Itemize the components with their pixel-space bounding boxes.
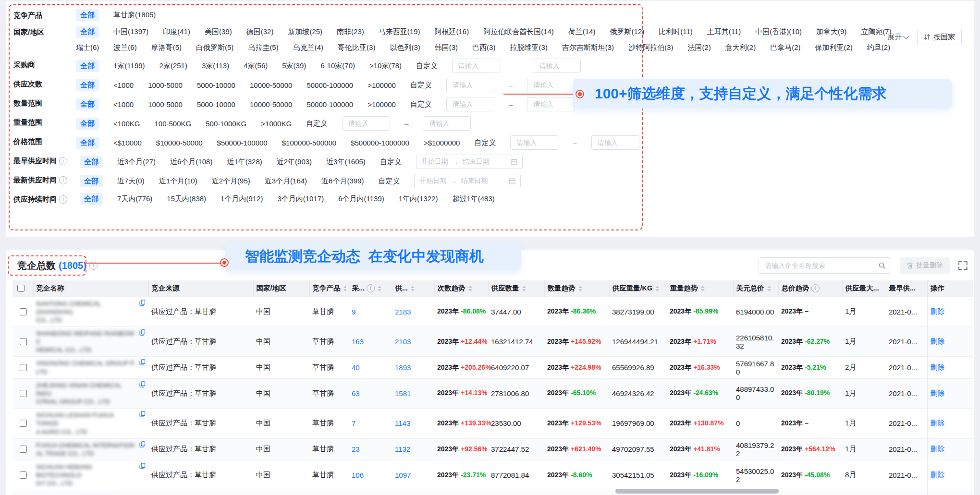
- filter-option[interactable]: 100-500KG: [154, 118, 191, 129]
- filter-option[interactable]: 超过1年(483): [452, 193, 494, 205]
- fullscreen-icon[interactable]: [958, 261, 968, 270]
- info-icon[interactable]: i: [59, 176, 67, 184]
- filter-option[interactable]: 哥伦比亚(3): [338, 42, 375, 54]
- filter-option[interactable]: 近3个月(27): [117, 156, 156, 168]
- supply-count-link[interactable]: 1132: [395, 445, 410, 453]
- filter-option[interactable]: 俄罗斯(12): [610, 26, 645, 38]
- filter-option[interactable]: <100KG: [113, 118, 140, 129]
- horizontal-scrollbar-thumb[interactable]: [615, 489, 779, 494]
- filter-option[interactable]: 自定义: [416, 60, 438, 72]
- filter-option[interactable]: 中国(1397): [113, 26, 148, 38]
- row-checkbox[interactable]: [20, 420, 27, 427]
- filter-option[interactable]: 拉脱维亚(3): [510, 42, 547, 54]
- filter-option[interactable]: 以色列(3): [390, 42, 420, 54]
- filter-option[interactable]: 2家(251): [159, 60, 187, 72]
- filter-option[interactable]: $50000-100000: [217, 137, 268, 148]
- supply-count-link[interactable]: 1581: [395, 389, 411, 398]
- filter-option[interactable]: 近2年(903): [277, 156, 312, 168]
- filter-option[interactable]: 巴拿马(2): [770, 42, 800, 54]
- filter-option-all[interactable]: 全部: [80, 193, 103, 205]
- filter-option[interactable]: 自定义: [410, 79, 432, 91]
- filter-option[interactable]: 50000-100000: [306, 99, 353, 110]
- filter-option[interactable]: 瑞士(6): [76, 42, 99, 54]
- sort-icon[interactable]: [767, 286, 771, 291]
- delete-link[interactable]: 删除: [931, 471, 945, 479]
- select-all-checkbox[interactable]: [17, 285, 24, 292]
- filter-option[interactable]: $10000-50000: [156, 137, 203, 148]
- buyers-count-link[interactable]: 163: [352, 338, 364, 346]
- filter-option[interactable]: >10家(78): [369, 60, 402, 72]
- delete-link[interactable]: 删除: [931, 363, 945, 371]
- filter-option[interactable]: 自定义: [474, 137, 496, 149]
- row-checkbox[interactable]: [20, 308, 27, 315]
- sort-icon[interactable]: [701, 286, 705, 291]
- delete-link[interactable]: 删除: [931, 337, 945, 345]
- batch-delete-button[interactable]: 批量删除: [900, 257, 950, 274]
- filter-option[interactable]: 阿拉伯联合酋长国(14): [483, 26, 554, 38]
- filter-option[interactable]: 自定义: [378, 175, 400, 187]
- filter-option[interactable]: >100000: [368, 80, 396, 91]
- filter-option[interactable]: 3个月内(1017): [277, 193, 324, 205]
- buyers-count-link[interactable]: 23: [352, 445, 360, 453]
- custom-range-input[interactable]: [515, 138, 553, 147]
- buyers-count-link[interactable]: 106: [352, 471, 364, 479]
- filter-option[interactable]: 近6个月(108): [170, 156, 212, 168]
- filter-option[interactable]: 1000-5000: [148, 99, 183, 110]
- row-checkbox[interactable]: [20, 471, 27, 479]
- info-icon[interactable]: i: [367, 284, 375, 292]
- supply-count-link[interactable]: 2103: [395, 338, 411, 346]
- filter-option[interactable]: 阿根廷(16): [434, 26, 469, 38]
- filter-option[interactable]: 美国(39): [205, 26, 232, 38]
- custom-range-input[interactable]: [452, 81, 489, 89]
- filter-option[interactable]: 意大利(2): [725, 42, 756, 54]
- filter-option[interactable]: 近6个月(399): [321, 175, 364, 187]
- sort-icon[interactable]: [411, 286, 415, 291]
- filter-option-all[interactable]: 全部: [80, 175, 103, 187]
- sort-icon[interactable]: [343, 286, 346, 291]
- filter-option[interactable]: 中国(香港)(10): [755, 26, 802, 38]
- sort-icon[interactable]: [578, 286, 582, 291]
- filter-option[interactable]: 马来西亚(19): [379, 26, 420, 38]
- filter-option[interactable]: 5家(39): [282, 60, 306, 72]
- filter-option[interactable]: 沙特阿拉伯(3): [628, 42, 673, 54]
- filter-option[interactable]: 4家(56): [244, 60, 268, 72]
- filter-option[interactable]: 近1个月(10): [159, 175, 197, 187]
- row-checkbox[interactable]: [20, 364, 27, 371]
- filter-option[interactable]: 5000-10000: [197, 99, 235, 110]
- filter-option[interactable]: 新加坡(25): [288, 26, 322, 38]
- custom-range-input[interactable]: [597, 138, 634, 147]
- filter-option[interactable]: 吉尔吉斯斯坦(3): [562, 42, 614, 54]
- filter-option[interactable]: 6-10家(70): [320, 60, 355, 72]
- filter-option[interactable]: 6个月内(1139): [338, 193, 384, 205]
- by-country-button[interactable]: 按国家: [917, 29, 962, 45]
- filter-option[interactable]: 近3个月(164): [265, 175, 307, 187]
- filter-option[interactable]: $100000-500000: [282, 137, 336, 148]
- supply-count-link[interactable]: 1097: [395, 471, 411, 479]
- filter-option[interactable]: 自定义: [410, 98, 432, 110]
- filter-option-all[interactable]: 全部: [76, 79, 99, 91]
- filter-option[interactable]: <1000: [113, 80, 134, 91]
- filter-option[interactable]: 5000-10000: [197, 80, 235, 91]
- filter-option[interactable]: 500-1000KG: [206, 118, 246, 129]
- sort-icon[interactable]: [522, 286, 526, 291]
- custom-range-input[interactable]: [538, 61, 576, 70]
- filter-option[interactable]: 摩洛哥(5): [151, 42, 182, 54]
- custom-range-input[interactable]: [457, 61, 495, 70]
- filter-option[interactable]: 比利时(11): [659, 26, 693, 38]
- filter-option[interactable]: >1000KG: [261, 118, 292, 129]
- delete-link[interactable]: 删除: [931, 307, 945, 315]
- filter-option-all[interactable]: 全部: [76, 26, 99, 38]
- custom-range-input[interactable]: [532, 100, 570, 109]
- supply-count-link[interactable]: 1143: [395, 419, 410, 427]
- delete-link[interactable]: 删除: [931, 389, 945, 397]
- filter-option[interactable]: 7天内(776): [117, 193, 152, 205]
- row-checkbox[interactable]: [20, 390, 27, 397]
- filter-option[interactable]: 1000-5000: [148, 80, 183, 91]
- filter-option[interactable]: 自定义: [306, 118, 328, 130]
- row-checkbox[interactable]: [20, 338, 27, 345]
- info-icon[interactable]: i: [59, 157, 67, 165]
- filter-option[interactable]: 加拿大(9): [816, 26, 846, 38]
- custom-range-input[interactable]: [452, 100, 489, 109]
- filter-option-all[interactable]: 全部: [76, 118, 99, 130]
- filter-option[interactable]: <$10000: [113, 137, 142, 148]
